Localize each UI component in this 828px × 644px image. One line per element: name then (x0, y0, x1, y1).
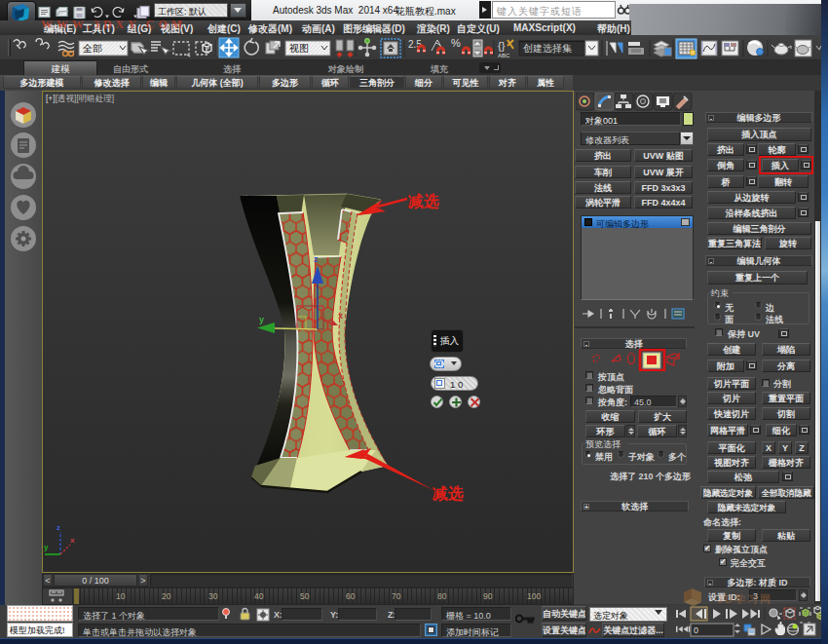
svg-text:y: y (44, 543, 49, 551)
svg-text:视图: 视图 (289, 43, 309, 54)
svg-text:x: x (338, 311, 343, 321)
svg-text:0: 0 (694, 625, 698, 635)
svg-text:%: % (451, 37, 461, 49)
svg-text:z: z (314, 254, 319, 264)
svg-text:2.5: 2.5 (408, 39, 422, 50)
svg-text:{}: {} (498, 40, 506, 52)
svg-text:全部: 全部 (82, 43, 102, 54)
svg-text:创建选择集: 创建选择集 (523, 43, 572, 54)
svg-text:z: z (56, 523, 60, 532)
svg-text:ABC: ABC (498, 53, 510, 58)
svg-text:x: x (70, 536, 75, 545)
svg-text:y: y (259, 315, 264, 324)
